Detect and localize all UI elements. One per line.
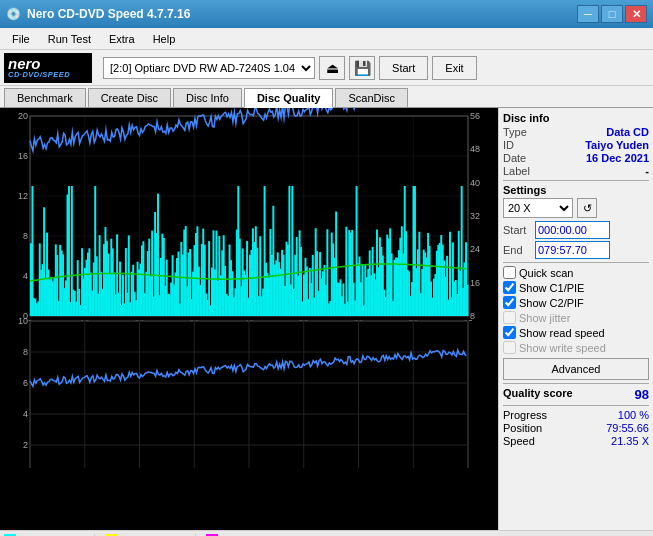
progress-value: 100 % — [618, 409, 649, 421]
titlebar-controls: ─ □ ✕ — [577, 5, 647, 23]
save-button[interactable]: 💾 — [349, 56, 375, 80]
speed-select[interactable]: 20 X 8 X 16 X Max — [503, 198, 573, 218]
end-input[interactable] — [535, 241, 610, 259]
speed-row: 20 X 8 X 16 X Max ↺ — [503, 198, 649, 218]
disc-info-title: Disc info — [503, 112, 649, 124]
show-read-speed-row: Show read speed — [503, 326, 649, 339]
quality-score-value: 98 — [635, 387, 649, 402]
end-label: End — [503, 244, 531, 256]
type-row: Type Data CD — [503, 126, 649, 138]
tab-create-disc[interactable]: Create Disc — [88, 88, 171, 107]
titlebar-left: 💿 Nero CD-DVD Speed 4.7.7.16 — [6, 7, 190, 21]
start-button[interactable]: Start — [379, 56, 428, 80]
show-read-speed-checkbox[interactable] — [503, 326, 516, 339]
tab-benchmark[interactable]: Benchmark — [4, 88, 86, 107]
type-value: Data CD — [606, 126, 649, 138]
label-row: Label - — [503, 165, 649, 177]
settings-title: Settings — [503, 184, 649, 196]
id-label: ID — [503, 139, 514, 151]
exit-button[interactable]: Exit — [432, 56, 476, 80]
menu-file[interactable]: File — [4, 31, 38, 47]
speed-value: 21.35 X — [611, 435, 649, 447]
date-value: 16 Dec 2021 — [586, 152, 649, 164]
position-row: Position 79:55.66 — [503, 422, 649, 434]
quality-score-label: Quality score — [503, 387, 573, 402]
eject-button[interactable]: ⏏ — [319, 56, 345, 80]
chart-area — [0, 108, 498, 530]
legend-bar: C1 Errors Average: 0.45 Maximum: 13 Tota… — [0, 530, 653, 536]
app-title: Nero CD-DVD Speed 4.7.7.16 — [27, 7, 190, 21]
refresh-button[interactable]: ↺ — [577, 198, 597, 218]
right-panel: Disc info Type Data CD ID Taiyo Yuden Da… — [498, 108, 653, 530]
quick-scan-label: Quick scan — [519, 267, 573, 279]
label-label: Label — [503, 165, 530, 177]
show-c1-row: Show C1/PIE — [503, 281, 649, 294]
id-row: ID Taiyo Yuden — [503, 139, 649, 151]
menu-run-test[interactable]: Run Test — [40, 31, 99, 47]
drive-selector[interactable]: [2:0] Optiarc DVD RW AD-7240S 1.04 — [103, 57, 315, 79]
date-label: Date — [503, 152, 526, 164]
main-content: Disc info Type Data CD ID Taiyo Yuden Da… — [0, 108, 653, 530]
show-c1-label: Show C1/PIE — [519, 282, 584, 294]
show-c2-label: Show C2/PIF — [519, 297, 584, 309]
date-row: Date 16 Dec 2021 — [503, 152, 649, 164]
label-value: - — [645, 165, 649, 177]
end-row: End — [503, 241, 649, 259]
show-c1-checkbox[interactable] — [503, 281, 516, 294]
minimize-button[interactable]: ─ — [577, 5, 599, 23]
start-row: Start — [503, 221, 649, 239]
titlebar: 💿 Nero CD-DVD Speed 4.7.7.16 ─ □ ✕ — [0, 0, 653, 28]
menu-extra[interactable]: Extra — [101, 31, 143, 47]
quick-scan-row: Quick scan — [503, 266, 649, 279]
show-write-speed-row: Show write speed — [503, 341, 649, 354]
type-label: Type — [503, 126, 527, 138]
show-jitter-row: Show jitter — [503, 311, 649, 324]
tabs: Benchmark Create Disc Disc Info Disc Qua… — [0, 86, 653, 108]
progress-row: Progress 100 % — [503, 409, 649, 421]
toolbar: nero CD·DVD/SPEED [2:0] Optiarc DVD RW A… — [0, 50, 653, 86]
show-jitter-checkbox[interactable] — [503, 311, 516, 324]
maximize-button[interactable]: □ — [601, 5, 623, 23]
speed-label: Speed — [503, 435, 535, 447]
tab-disc-info[interactable]: Disc Info — [173, 88, 242, 107]
show-c2-row: Show C2/PIF — [503, 296, 649, 309]
quality-score-row: Quality score 98 — [503, 387, 649, 402]
tab-disc-quality[interactable]: Disc Quality — [244, 88, 334, 108]
id-value: Taiyo Yuden — [585, 139, 649, 151]
advanced-button[interactable]: Advanced — [503, 358, 649, 380]
show-write-speed-checkbox[interactable] — [503, 341, 516, 354]
progress-label: Progress — [503, 409, 547, 421]
nero-logo: nero CD·DVD/SPEED — [4, 53, 92, 83]
menubar: File Run Test Extra Help — [0, 28, 653, 50]
start-input[interactable] — [535, 221, 610, 239]
show-write-speed-label: Show write speed — [519, 342, 606, 354]
menu-help[interactable]: Help — [145, 31, 184, 47]
show-read-speed-label: Show read speed — [519, 327, 605, 339]
close-button[interactable]: ✕ — [625, 5, 647, 23]
position-label: Position — [503, 422, 542, 434]
position-value: 79:55.66 — [606, 422, 649, 434]
quick-scan-checkbox[interactable] — [503, 266, 516, 279]
tab-scan-disc[interactable]: ScanDisc — [335, 88, 407, 107]
show-c2-checkbox[interactable] — [503, 296, 516, 309]
start-label: Start — [503, 224, 531, 236]
show-jitter-label: Show jitter — [519, 312, 570, 324]
speed-row: Speed 21.35 X — [503, 435, 649, 447]
